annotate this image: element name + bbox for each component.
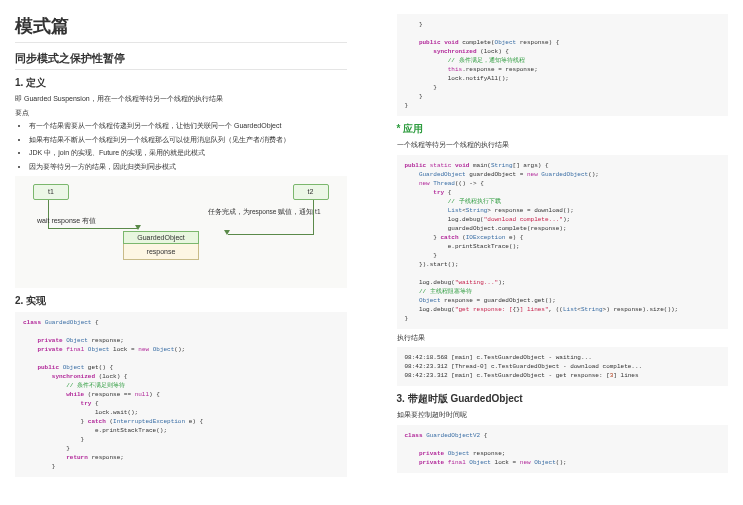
- diagram-guarded-body: response: [123, 244, 199, 260]
- points-list: 有一个结果需要从一个线程传递到另一个线程，让他们关联同一个 GuardedObj…: [15, 121, 347, 172]
- diagram-wait-label: wait response 有值: [37, 216, 96, 226]
- code-block-complete: } public void complete(Object response) …: [397, 14, 729, 116]
- list-item: JDK 中，join 的实现、Future 的实现，采用的就是此模式: [29, 148, 347, 159]
- diagram-guarded-box: GuardedObject response: [123, 231, 199, 260]
- diagram-t1-box: t1: [33, 184, 69, 200]
- list-item: 有一个结果需要从一个线程传递到另一个线程，让他们关联同一个 GuardedObj…: [29, 121, 347, 132]
- page-title: 模式篇: [15, 14, 347, 43]
- code-block-app: public static void main(String[] args) {…: [397, 155, 729, 329]
- definition-text: 即 Guarded Suspension，用在一个线程等待另一个线程的执行结果: [15, 94, 347, 105]
- list-item: 如果有结果不断从一个线程到另一个线程那么可以使用消息队列（见生产者/消费者）: [29, 135, 347, 146]
- left-column: 模式篇 同步模式之保护性暂停 1. 定义 即 Guarded Suspensio…: [15, 10, 347, 481]
- code-block-result: 08:42:18.568 [main] c.TestGuardedObject …: [397, 347, 729, 386]
- result-label: 执行结果: [397, 333, 729, 344]
- sub-heading-impl: 2. 实现: [15, 294, 347, 308]
- sub-heading-timeout: 3. 带超时版 GuardedObject: [397, 392, 729, 406]
- timeout-desc: 如果要控制超时时间呢: [397, 410, 729, 421]
- app-desc: 一个线程等待另一个线程的执行结果: [397, 140, 729, 151]
- sub-heading-app: * 应用: [397, 122, 729, 136]
- guarded-object-diagram: t1 t2 wait response 有值 任务完成，为response 赋值…: [15, 176, 347, 288]
- code-block-guardedobject: class GuardedObject { private Object res…: [15, 312, 347, 477]
- diagram-t2-box: t2: [293, 184, 329, 200]
- right-column: } public void complete(Object response) …: [397, 10, 729, 481]
- section-heading: 同步模式之保护性暂停: [15, 51, 347, 70]
- points-label: 要点: [15, 108, 347, 119]
- diagram-guarded-head: GuardedObject: [123, 231, 199, 244]
- diagram-task-label: 任务完成，为response 赋值，通知 t1: [208, 208, 321, 217]
- code-block-timeout: class GuardedObjectV2 { private Object r…: [397, 425, 729, 473]
- list-item: 因为要等待另一方的结果，因此归类到同步模式: [29, 162, 347, 173]
- sub-heading-definition: 1. 定义: [15, 76, 347, 90]
